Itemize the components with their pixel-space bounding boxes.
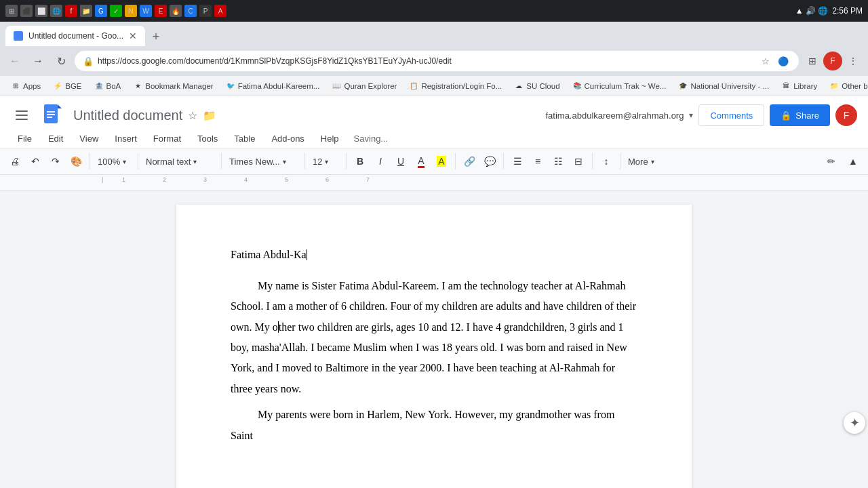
align-left-button[interactable]: ☰: [508, 152, 527, 171]
print-button[interactable]: 🖨: [5, 152, 24, 171]
doc-area[interactable]: Fatima Abdul-Ka My name is Sister Fatima…: [0, 191, 868, 488]
bookmark-other[interactable]: 📁 Other bookmarks: [824, 79, 868, 93]
bookmark-bge[interactable]: ⚡ BGE: [47, 79, 87, 93]
hamburger-menu-button[interactable]: [11, 104, 33, 126]
comments-button[interactable]: Comments: [698, 104, 764, 126]
chrome-menu-icon[interactable]: ⋮: [844, 52, 863, 70]
style-selector[interactable]: Normal text ▾: [142, 152, 217, 171]
star-icon[interactable]: ☆: [758, 54, 773, 68]
align-right-button[interactable]: ☷: [549, 152, 568, 171]
back-button[interactable]: ←: [5, 52, 24, 70]
toolbar-right: ✏ ▲: [822, 152, 863, 171]
bookmark-library[interactable]: 🏛 Library: [776, 79, 823, 93]
bookmark-registration[interactable]: 📋 Registration/Login Fo...: [403, 79, 507, 93]
taskbar-icon-8[interactable]: N: [125, 5, 137, 17]
taskbar-icon-11[interactable]: 🔥: [170, 5, 182, 17]
menu-format[interactable]: Format: [146, 131, 188, 146]
star-title-icon[interactable]: ☆: [188, 109, 197, 122]
bookmark-label: Registration/Login Fo...: [421, 82, 502, 90]
menu-edit[interactable]: Edit: [41, 131, 70, 146]
tab-close-button[interactable]: ✕: [129, 30, 137, 41]
menu-file[interactable]: File: [11, 131, 39, 146]
paragraph-1: My name is Sister Fatima Abdul-Kareem. I…: [231, 276, 637, 399]
collapse-toolbar-button[interactable]: ▲: [844, 152, 863, 171]
sys-tray-icons: ▲ 🔊 🌐: [795, 6, 829, 16]
bookmark-label: Other bookmarks: [842, 82, 868, 90]
start-menu-icon[interactable]: ⊞: [5, 5, 18, 17]
link-button[interactable]: 🔗: [460, 152, 479, 171]
address-bar[interactable]: 🔒 https://docs.google.com/document/d/1Km…: [75, 51, 799, 71]
forward-button[interactable]: →: [28, 52, 47, 70]
taskbar-icon-3[interactable]: 🌐: [50, 5, 62, 17]
floating-action-button[interactable]: ✦: [844, 412, 865, 434]
taskbar-icon-1[interactable]: ⬛: [20, 5, 33, 17]
extension-icon-1[interactable]: 🔵: [776, 54, 791, 68]
user-avatar[interactable]: F: [835, 104, 857, 126]
taskbar-icon-10[interactable]: E: [155, 5, 167, 17]
redo-button[interactable]: ↷: [46, 152, 65, 171]
paint-format-button[interactable]: 🎨: [66, 152, 85, 171]
share-button[interactable]: 🔒 Share: [770, 104, 830, 126]
bookmark-curriculum[interactable]: 📚 Curriculum Trak ~ We...: [567, 79, 672, 93]
extensions-icon[interactable]: ⊞: [803, 52, 822, 70]
tab-bar: G Untitled document - Goo... ✕ +: [0, 22, 868, 46]
align-justify-button[interactable]: ⊟: [569, 152, 588, 171]
bold-button[interactable]: B: [351, 152, 370, 171]
menu-help[interactable]: Help: [314, 131, 346, 146]
docs-title-row: Untitled document ☆ 📁: [73, 108, 537, 123]
menu-table[interactable]: Table: [227, 131, 262, 146]
doc-page[interactable]: Fatima Abdul-Ka My name is Sister Fatima…: [176, 205, 692, 488]
docs-toolbar: 🖨 ↶ ↷ 🎨 100% ▾ Normal text ▾ Times New..…: [0, 148, 868, 175]
dropdown-arrow[interactable]: ▾: [689, 110, 693, 120]
comment-inline-button[interactable]: 💬: [480, 152, 499, 171]
bookmark-apps[interactable]: ⊞ Apps: [5, 79, 46, 93]
bookmark-quran[interactable]: 📖 Quran Explorer: [326, 79, 402, 93]
toolbar-sep-6: [455, 153, 456, 169]
bookmark-national-university[interactable]: 🎓 National University - ...: [673, 79, 774, 93]
taskbar-icon-4[interactable]: f: [65, 5, 77, 17]
highlight-button[interactable]: A: [432, 152, 451, 171]
undo-button[interactable]: ↶: [26, 152, 45, 171]
more-button[interactable]: More ▾: [625, 152, 658, 171]
docs-header-right: fatima.abdulkareem@alrahmah.org ▾ Commen…: [545, 104, 857, 126]
menu-addons[interactable]: Add-ons: [264, 131, 311, 146]
title-bar: ⊞ ⬛ ⬜ 🌐 f 📁 G ✓ N W E 🔥 C P A ▲ 🔊 🌐 2:56…: [0, 0, 868, 22]
active-tab[interactable]: G Untitled document - Goo... ✕: [5, 26, 145, 46]
line-spacing-button[interactable]: ↕: [597, 152, 616, 171]
new-tab-button[interactable]: +: [146, 27, 165, 46]
bookmarks-bar: ⊞ Apps ⚡ BGE 🏦 BoA ★ Bookmark Manager 🐦 …: [0, 76, 868, 96]
profile-icon[interactable]: F: [823, 52, 842, 70]
taskbar-icon-13[interactable]: P: [199, 5, 212, 17]
bookmark-fatima[interactable]: 🐦 Fatima Abdul-Kareem...: [220, 79, 326, 93]
menu-insert[interactable]: Insert: [108, 131, 144, 146]
taskbar-icon-12[interactable]: C: [184, 5, 197, 17]
doc-heading: Fatima Abdul-Ka: [231, 245, 637, 265]
italic-button[interactable]: I: [371, 152, 390, 171]
boa-icon: 🏦: [94, 81, 104, 91]
taskbar-icon-6[interactable]: G: [95, 5, 107, 17]
menu-tools[interactable]: Tools: [191, 131, 224, 146]
svg-rect-3: [47, 114, 55, 115]
bookmark-su-cloud[interactable]: ☁ SU Cloud: [509, 79, 565, 93]
saving-status: Saving...: [354, 134, 389, 144]
taskbar-icon-5[interactable]: 📁: [80, 5, 92, 17]
text-color-button[interactable]: A: [412, 152, 431, 171]
font-size-selector[interactable]: 12 ▾: [309, 152, 342, 171]
suggest-edits-button[interactable]: ✏: [822, 152, 841, 171]
taskbar-icon-14[interactable]: A: [214, 5, 226, 17]
zoom-selector[interactable]: 100% ▾: [94, 152, 134, 171]
bookmark-bookmark-manager[interactable]: ★ Bookmark Manager: [127, 79, 218, 93]
toolbar-sep-5: [346, 153, 347, 169]
taskbar-icon-7[interactable]: ✓: [110, 5, 122, 17]
taskbar-icon-9[interactable]: W: [140, 5, 152, 17]
document-title[interactable]: Untitled document: [73, 108, 182, 123]
font-selector[interactable]: Times New... ▾: [226, 152, 300, 171]
align-center-button[interactable]: ≡: [528, 152, 547, 171]
reload-button[interactable]: ↻: [52, 52, 71, 70]
menu-view[interactable]: View: [73, 131, 105, 146]
ruler-mark-6: 6: [326, 176, 329, 183]
underline-button[interactable]: U: [391, 152, 410, 171]
taskbar-icon-2[interactable]: ⬜: [35, 5, 47, 17]
folder-title-icon[interactable]: 📁: [203, 109, 216, 122]
bookmark-boa[interactable]: 🏦 BoA: [89, 79, 127, 93]
